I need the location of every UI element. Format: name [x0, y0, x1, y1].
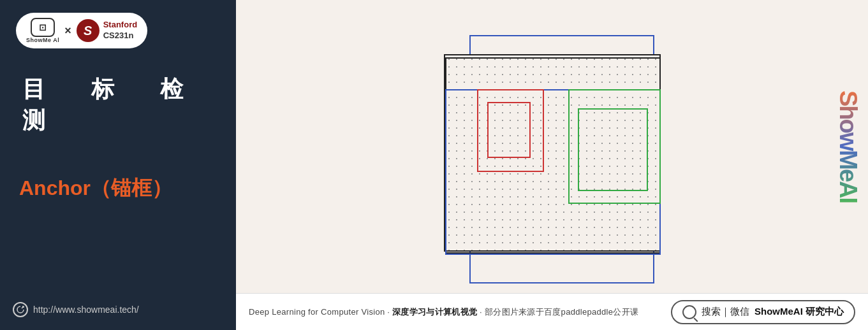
anchor-box-red-inner	[487, 102, 531, 158]
anchor-title: Anchor（锚框）	[16, 175, 220, 203]
watermark: ShowMeAI	[834, 90, 862, 203]
showmeai-logo: ShowMe Al	[26, 18, 59, 43]
logo-area: ShowMe Al × S Stanford CS231n	[16, 13, 147, 48]
cross-symbol: ×	[64, 24, 71, 38]
stanford-text: Stanford CS231n	[103, 20, 137, 41]
page-title-chinese: 目 标 检 测	[16, 74, 220, 136]
showmeai-text: ShowMe Al	[26, 37, 59, 43]
website-link[interactable]: http://www.showmeai.tech/	[13, 302, 139, 317]
showmeai-icon	[31, 18, 55, 37]
anchor-diagram	[418, 35, 686, 258]
main-content: ShowMeAI Deep Learning for Computer Visi…	[236, 0, 868, 330]
stanford-course: CS231n	[103, 31, 137, 41]
stanford-s-icon: S	[77, 19, 99, 42]
link-icon	[13, 302, 28, 317]
bottom-description: Deep Learning for Computer Vision · 深度学习…	[249, 306, 638, 318]
search-text: 搜索｜微信	[702, 306, 749, 318]
anchor-box-green-inner	[578, 108, 648, 191]
search-box[interactable]: 搜索｜微信 ShowMeAI 研究中心	[671, 300, 855, 324]
stanford-logo: S Stanford CS231n	[77, 19, 137, 42]
search-icon	[682, 305, 696, 319]
sidebar: ShowMe Al × S Stanford CS231n 目 标 检 测 An…	[0, 0, 236, 330]
website-url: http://www.showmeai.tech/	[33, 305, 139, 315]
stanford-name: Stanford	[103, 20, 137, 31]
diagram-area: ShowMeAI	[236, 0, 868, 293]
search-label: ShowMeAI 研究中心	[754, 306, 844, 318]
bottom-bar: Deep Learning for Computer Vision · 深度学习…	[236, 293, 868, 330]
